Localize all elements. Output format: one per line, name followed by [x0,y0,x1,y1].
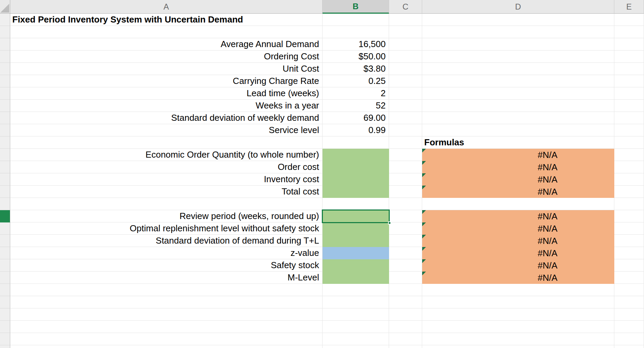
cell-E8[interactable] [614,100,644,112]
cell-D19[interactable]: #N/A [422,235,614,247]
cell-D14[interactable]: #N/A [422,173,614,186]
cell-B1[interactable] [323,14,389,26]
row-header-25[interactable] [0,308,10,321]
cell-B24[interactable] [323,296,389,308]
cell-A19[interactable]: Standard deviation of demand during T+L [10,235,323,247]
row-header-22[interactable] [0,272,10,284]
cell-B7[interactable]: 2 [323,87,389,100]
cell-E19[interactable] [614,235,644,247]
cell-D5[interactable] [422,63,614,75]
cell-A9[interactable]: Standard deviation of weekly demand [10,112,323,124]
row-header-2[interactable] [0,26,10,38]
row-header-20[interactable] [0,247,10,259]
cell-A25[interactable] [10,308,323,321]
cell-C21[interactable] [389,259,422,272]
cell-A24[interactable] [10,296,323,308]
row-header-12[interactable] [0,149,10,161]
cell-A4[interactable]: Ordering Cost [10,50,323,63]
cell-B5[interactable]: $3.80 [323,63,389,75]
cell-A23[interactable] [10,284,323,296]
cell-A2[interactable] [10,26,323,38]
cell-A28[interactable] [10,345,323,348]
cell-B28[interactable] [323,345,389,348]
cell-C18[interactable] [389,222,422,235]
cell-D25[interactable] [422,308,614,321]
cell-B14[interactable] [323,173,389,186]
cell-E6[interactable] [614,75,644,87]
row-header-19[interactable] [0,235,10,247]
cell-D16[interactable] [422,198,614,210]
cell-B12[interactable] [323,149,389,161]
row-header-10[interactable] [0,124,10,136]
row-header-17[interactable] [0,210,10,222]
cell-E23[interactable] [614,284,644,296]
cell-A3[interactable]: Average Annual Demand [10,38,323,50]
cell-C17[interactable] [389,210,422,222]
cell-A8[interactable]: Weeks in a year [10,100,323,112]
cell-C15[interactable] [389,186,422,198]
cell-A6[interactable]: Carrying Charge Rate [10,75,323,87]
cell-A1[interactable]: Fixed Period Inventory System with Uncer… [10,14,323,26]
cell-D13[interactable]: #N/A [422,161,614,173]
cell-E1[interactable] [614,14,644,26]
row-header-16[interactable] [0,198,10,210]
cell-A10[interactable]: Service level [10,124,323,136]
cell-A20[interactable]: z-value [10,247,323,259]
row-header-28[interactable] [0,345,10,348]
cell-A13[interactable]: Order cost [10,161,323,173]
cell-D8[interactable] [422,100,614,112]
cell-D9[interactable] [422,112,614,124]
cell-E11[interactable] [614,136,644,149]
cell-E22[interactable] [614,272,644,284]
cell-B22[interactable] [323,272,389,284]
cell-C25[interactable] [389,308,422,321]
cell-A16[interactable] [10,198,323,210]
column-header-D[interactable]: D [422,0,614,14]
cell-C3[interactable] [389,38,422,50]
select-all-corner[interactable] [0,0,10,14]
cell-C12[interactable] [389,149,422,161]
cell-C22[interactable] [389,272,422,284]
cell-D21[interactable]: #N/A [422,259,614,272]
cell-D12[interactable]: #N/A [422,149,614,161]
cell-B20[interactable] [323,247,389,259]
cell-C11[interactable] [389,136,422,149]
cell-D3[interactable] [422,38,614,50]
row-header-3[interactable] [0,38,10,50]
cell-B9[interactable]: 69.00 [323,112,389,124]
cell-D10[interactable] [422,124,614,136]
cell-E7[interactable] [614,87,644,100]
cell-B4[interactable]: $50.00 [323,50,389,63]
cell-E16[interactable] [614,198,644,210]
cell-E28[interactable] [614,345,644,348]
cell-A12[interactable]: Economic Order Quantity (to whole number… [10,149,323,161]
cell-B27[interactable] [323,333,389,345]
column-header-B[interactable]: B [323,0,389,14]
cell-D2[interactable] [422,26,614,38]
cell-A7[interactable]: Lead time (weeks) [10,87,323,100]
row-header-13[interactable] [0,161,10,173]
cell-C13[interactable] [389,161,422,173]
fill-handle[interactable] [388,221,391,224]
cell-E26[interactable] [614,321,644,333]
cell-E10[interactable] [614,124,644,136]
cell-D23[interactable] [422,284,614,296]
cell-A11[interactable] [10,136,323,149]
cell-D28[interactable] [422,345,614,348]
column-header-E[interactable]: E [614,0,644,14]
cell-C9[interactable] [389,112,422,124]
cell-B11[interactable] [323,136,389,149]
row-header-18[interactable] [0,222,10,235]
cell-A26[interactable] [10,321,323,333]
cell-B3[interactable]: 16,500 [323,38,389,50]
cell-A14[interactable]: Inventory cost [10,173,323,186]
cell-B6[interactable]: 0.25 [323,75,389,87]
row-header-23[interactable] [0,284,10,296]
cell-B10[interactable]: 0.99 [323,124,389,136]
cell-B23[interactable] [323,284,389,296]
cell-C7[interactable] [389,87,422,100]
cell-E21[interactable] [614,259,644,272]
cell-B16[interactable] [323,198,389,210]
cell-C2[interactable] [389,26,422,38]
row-header-4[interactable] [0,50,10,63]
